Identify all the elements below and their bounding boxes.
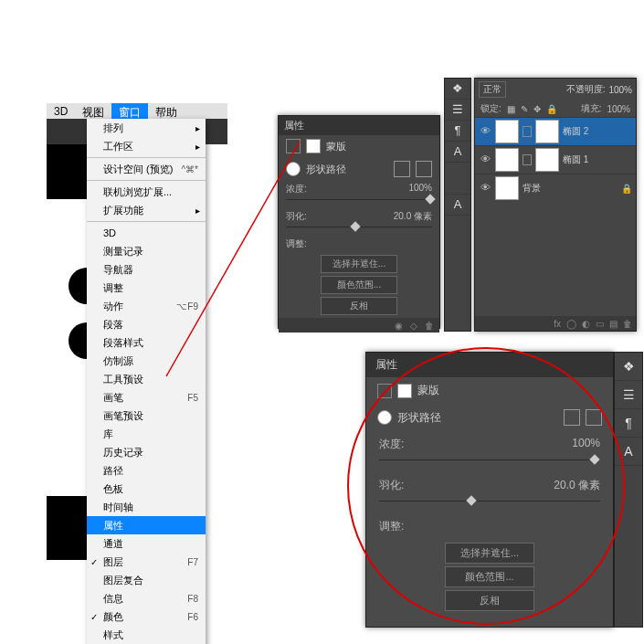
fx-icon[interactable]: fx — [554, 319, 561, 329]
strip-icon[interactable]: A — [445, 142, 470, 163]
menu-arrange[interactable]: 排列 — [87, 119, 206, 137]
feather-label: 羽化: — [286, 210, 307, 223]
lock-icon: 🔒 — [621, 184, 632, 194]
shape-path-row: 形状路径 — [279, 157, 439, 181]
invert-button[interactable]: 反相 — [321, 297, 397, 315]
menu-history[interactable]: 历史记录 — [87, 443, 206, 461]
mask-option-1[interactable] — [394, 161, 410, 177]
layer-thumb — [495, 148, 519, 172]
menu-info[interactable]: 信息F8 — [87, 589, 206, 607]
layer-row[interactable]: 👁 椭圆 2 — [475, 117, 636, 145]
density-label: 浓度: — [286, 183, 307, 195]
blend-mode-select[interactable]: 正常 — [479, 81, 506, 98]
mask-tab-row: 蒙版 — [279, 135, 439, 157]
layer-thumb — [495, 176, 519, 200]
layers-footer: fx ◯ ◐ ▭ ▤ 🗑 — [475, 316, 636, 331]
feather-slider[interactable] — [286, 225, 432, 230]
menu-brush[interactable]: 画笔F5 — [87, 388, 206, 406]
menu-browse-ext[interactable]: 联机浏览扩展... — [87, 183, 206, 201]
strip-icon[interactable]: A — [445, 195, 470, 216]
menu-3d-panel[interactable]: 3D — [87, 224, 206, 242]
link-icon[interactable] — [523, 154, 532, 165]
adjust-icon[interactable]: ◐ — [582, 319, 590, 329]
menu-extensions[interactable]: 扩展功能 — [87, 201, 206, 219]
menu-clone-source[interactable]: 仿制源 — [87, 352, 206, 370]
menu-color[interactable]: ✓颜色F6 — [87, 607, 206, 626]
visibility-icon[interactable]: 👁 — [479, 153, 491, 166]
mask-tab-icon-1[interactable] — [286, 139, 301, 153]
menu-layer-comps[interactable]: 图层复合 — [87, 571, 206, 589]
layer-mask-thumb — [535, 148, 559, 172]
folder-icon[interactable]: ▭ — [596, 319, 604, 329]
shape-path-icon — [286, 162, 301, 176]
layer-row[interactable]: 👁 椭圆 1 — [475, 145, 636, 174]
trash-icon[interactable]: 🗑 — [623, 319, 632, 329]
menu-styles[interactable]: 样式 — [87, 626, 206, 644]
canvas-area — [47, 144, 87, 560]
menu-workspace[interactable]: 工作区 — [87, 137, 206, 155]
menu-timeline[interactable]: 时间轴 — [87, 498, 206, 516]
lock-label: 锁定: — [480, 102, 501, 115]
density-slider[interactable] — [286, 197, 432, 203]
feather-value: 20.0 像素 — [394, 210, 432, 223]
panel-footer: ◉ ◇ 🗑 — [279, 318, 439, 333]
menu-paragraph[interactable]: 段落 — [87, 315, 206, 333]
shape-path-label: 形状路径 — [306, 163, 346, 176]
layer-name: 椭圆 2 — [563, 125, 588, 138]
layer-thumb — [495, 120, 519, 143]
highlight-circle — [347, 347, 625, 625]
menu-layers[interactable]: ✓图层F7 — [87, 553, 206, 571]
footer-icon[interactable]: ◇ — [410, 321, 417, 331]
trash-icon[interactable]: 🗑 — [425, 321, 434, 331]
opacity-label: 不透明度: — [566, 83, 606, 96]
window-menu: 排列 工作区 设计空间 (预览)^⌘* 联机浏览扩展... 扩展功能 3D 测量… — [87, 119, 206, 644]
menu-measure-log[interactable]: 测量记录 — [87, 242, 206, 260]
strip-icon[interactable]: ¶ — [445, 121, 470, 142]
adjust-label: 调整: — [286, 238, 307, 250]
menu-tool-presets[interactable]: 工具预设 — [87, 370, 206, 388]
lock-icon[interactable]: 🔒 — [546, 104, 557, 114]
layers-panel: 正常 不透明度: 100% 锁定: ▦ ✎ ✥ 🔒 填充: 100% 👁 椭圆 … — [474, 78, 637, 332]
density-value: 100% — [408, 183, 432, 195]
color-range-button[interactable]: 颜色范围... — [321, 276, 397, 294]
opacity-value[interactable]: 100% — [608, 85, 632, 95]
visibility-icon[interactable]: 👁 — [479, 182, 491, 195]
menu-navigator[interactable]: 导航器 — [87, 260, 206, 279]
layer-mask-thumb — [535, 120, 559, 143]
menu-adjustments[interactable]: 调整 — [87, 279, 206, 297]
properties-panel: 属性 蒙版 形状路径 浓度:100% 羽化:20.0 像素 调整: 选择并遮住.… — [278, 115, 440, 329]
menu-para-styles[interactable]: 段落样式 — [87, 333, 206, 352]
lock-icon[interactable]: ✥ — [533, 104, 541, 114]
select-mask-button[interactable]: 选择并遮住... — [321, 255, 397, 273]
mask-icon[interactable]: ◯ — [566, 319, 576, 329]
mask-tab-icon-2[interactable] — [306, 139, 321, 153]
fill-label: 填充: — [581, 102, 602, 115]
menu-libraries[interactable]: 库 — [87, 425, 206, 443]
menu-properties[interactable]: 属性 — [87, 516, 206, 534]
mask-option-2[interactable] — [416, 161, 432, 177]
icon-strip: ❖ ☰ ¶ A A — [444, 78, 471, 332]
menu-paths[interactable]: 路径 — [87, 461, 206, 480]
properties-title: 属性 — [279, 116, 439, 135]
footer-icon[interactable]: ◉ — [395, 321, 403, 331]
layer-name: 背景 — [523, 182, 541, 195]
link-icon[interactable] — [523, 126, 532, 137]
menu-channels[interactable]: 通道 — [87, 534, 206, 553]
strip-icon[interactable]: ☰ — [445, 100, 470, 121]
fill-value[interactable]: 100% — [607, 104, 630, 114]
lock-icon[interactable]: ▦ — [507, 104, 515, 114]
layer-row[interactable]: 👁 背景 🔒 — [475, 174, 636, 202]
menu-brush-presets[interactable]: 画笔预设 — [87, 406, 206, 425]
mask-tab-label: 蒙版 — [326, 140, 346, 153]
menu-swatches[interactable]: 色板 — [87, 480, 206, 498]
menu-design-space[interactable]: 设计空间 (预览)^⌘* — [87, 160, 206, 178]
layer-name: 椭圆 1 — [563, 153, 588, 166]
visibility-icon[interactable]: 👁 — [479, 125, 491, 138]
new-layer-icon[interactable]: ▤ — [609, 319, 618, 329]
menu-actions[interactable]: 动作⌥F9 — [87, 297, 206, 315]
lock-icon[interactable]: ✎ — [521, 104, 528, 114]
strip-icon[interactable]: ❖ — [445, 79, 470, 100]
